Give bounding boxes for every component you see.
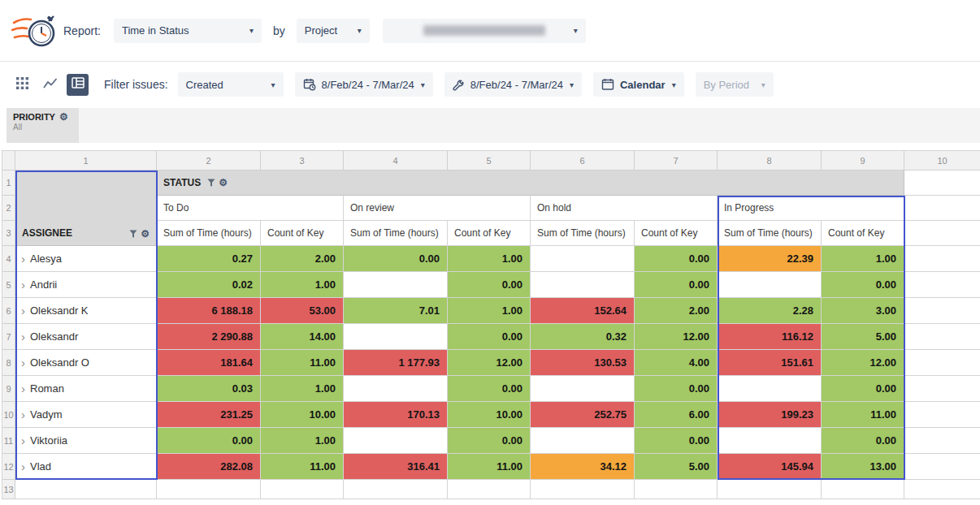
assignee-name[interactable]: ›Viktoriia bbox=[15, 428, 157, 454]
row-number-7[interactable]: 7 bbox=[2, 324, 15, 350]
expand-icon[interactable]: › bbox=[21, 278, 25, 291]
row-number-9[interactable]: 9 bbox=[2, 376, 15, 402]
row-number-12[interactable]: 12 bbox=[2, 454, 15, 480]
gear-icon[interactable]: ⚙ bbox=[219, 178, 228, 188]
measure-sum-label[interactable]: Sum of Time (hours) bbox=[344, 221, 448, 246]
data-cell[interactable]: 7.01 bbox=[344, 298, 448, 324]
data-cell[interactable]: 1.00 bbox=[261, 428, 344, 454]
row-number-5[interactable]: 5 bbox=[2, 272, 15, 298]
data-cell[interactable]: 10.00 bbox=[261, 402, 344, 428]
row-number-11[interactable]: 11 bbox=[2, 428, 15, 454]
data-cell[interactable]: 11.00 bbox=[261, 350, 344, 376]
data-cell[interactable]: 6.00 bbox=[635, 402, 718, 428]
empty-cell[interactable] bbox=[904, 196, 980, 221]
data-cell[interactable]: 181.64 bbox=[157, 350, 261, 376]
created-date-range-select[interactable]: 8/Feb/24 - 7/Mar/24 ▾ bbox=[295, 72, 433, 97]
column-number-2[interactable]: 2 bbox=[157, 151, 261, 170]
column-number-8[interactable]: 8 bbox=[718, 151, 822, 170]
calendar-select[interactable]: Calendar ▾ bbox=[593, 72, 684, 97]
data-cell[interactable]: 2.28 bbox=[718, 298, 822, 324]
gear-icon[interactable]: ⚙ bbox=[141, 229, 150, 239]
empty-cell[interactable] bbox=[531, 480, 635, 499]
row-number-8[interactable]: 8 bbox=[2, 350, 15, 376]
status-group-3[interactable]: On hold bbox=[531, 196, 718, 221]
data-cell[interactable]: 152.64 bbox=[531, 298, 635, 324]
data-cell[interactable] bbox=[531, 272, 635, 298]
row-number-6[interactable]: 6 bbox=[2, 298, 15, 324]
data-cell[interactable]: 0.02 bbox=[157, 272, 261, 298]
data-cell[interactable]: 2 290.88 bbox=[157, 324, 261, 350]
expand-icon[interactable]: › bbox=[21, 460, 25, 473]
data-cell[interactable] bbox=[718, 376, 822, 402]
data-cell[interactable]: 0.00 bbox=[448, 324, 531, 350]
assignee-name[interactable]: ›Vadym bbox=[15, 402, 157, 428]
expand-icon[interactable]: › bbox=[21, 408, 25, 421]
data-cell[interactable]: 12.00 bbox=[448, 350, 531, 376]
data-cell[interactable]: 151.61 bbox=[718, 350, 822, 376]
data-cell[interactable]: 11.00 bbox=[822, 402, 904, 428]
data-cell[interactable]: 1.00 bbox=[448, 298, 531, 324]
data-cell[interactable]: 0.00 bbox=[635, 246, 718, 272]
filter-icon[interactable] bbox=[207, 179, 215, 187]
data-cell[interactable]: 231.25 bbox=[157, 402, 261, 428]
empty-cell[interactable] bbox=[904, 298, 980, 324]
assignee-name[interactable]: ›Roman bbox=[15, 376, 157, 402]
column-number-3[interactable]: 3 bbox=[261, 151, 344, 170]
assignee-name[interactable]: ›Oleksandr bbox=[15, 324, 157, 350]
empty-cell[interactable] bbox=[904, 324, 980, 350]
grid-view-button[interactable] bbox=[11, 74, 33, 96]
data-cell[interactable]: 11.00 bbox=[261, 454, 344, 480]
expand-icon[interactable]: › bbox=[21, 252, 25, 265]
measure-sum-label[interactable]: Sum of Time (hours) bbox=[718, 221, 822, 246]
data-cell[interactable] bbox=[344, 272, 448, 298]
empty-cell[interactable] bbox=[904, 221, 980, 246]
empty-cell[interactable] bbox=[904, 350, 980, 376]
data-cell[interactable]: 252.75 bbox=[531, 402, 635, 428]
data-cell[interactable]: 12.00 bbox=[822, 350, 904, 376]
empty-cell[interactable] bbox=[15, 480, 157, 499]
empty-cell[interactable] bbox=[157, 480, 261, 499]
data-cell[interactable]: 0.27 bbox=[157, 246, 261, 272]
data-cell[interactable]: 5.00 bbox=[635, 454, 718, 480]
data-cell[interactable]: 1 177.93 bbox=[344, 350, 448, 376]
data-cell[interactable]: 11.00 bbox=[448, 454, 531, 480]
data-cell[interactable]: 170.13 bbox=[344, 402, 448, 428]
expand-icon[interactable]: › bbox=[21, 304, 25, 317]
data-cell[interactable]: 0.00 bbox=[635, 376, 718, 402]
data-cell[interactable]: 145.94 bbox=[718, 454, 822, 480]
column-number-9[interactable]: 9 bbox=[822, 151, 904, 170]
data-cell[interactable]: 0.00 bbox=[448, 376, 531, 402]
assignee-header[interactable]: ASSIGNEE⚙ bbox=[15, 170, 157, 246]
measure-sum-label[interactable]: Sum of Time (hours) bbox=[157, 221, 261, 246]
data-cell[interactable]: 3.00 bbox=[822, 298, 904, 324]
empty-cell[interactable] bbox=[904, 376, 980, 402]
expand-icon[interactable]: › bbox=[21, 356, 25, 369]
data-cell[interactable]: 1.00 bbox=[822, 246, 904, 272]
data-cell[interactable]: 0.00 bbox=[822, 376, 904, 402]
data-cell[interactable]: 0.00 bbox=[157, 428, 261, 454]
data-cell[interactable]: 22.39 bbox=[718, 246, 822, 272]
measure-count-label[interactable]: Count of Key bbox=[822, 221, 904, 246]
data-cell[interactable]: 0.00 bbox=[822, 272, 904, 298]
data-cell[interactable]: 0.03 bbox=[157, 376, 261, 402]
table-view-button[interactable] bbox=[67, 74, 89, 96]
status-date-range-select[interactable]: 8/Feb/24 - 7/Mar/24 ▾ bbox=[444, 72, 582, 97]
data-cell[interactable] bbox=[344, 324, 448, 350]
empty-cell[interactable] bbox=[904, 272, 980, 298]
data-cell[interactable] bbox=[531, 376, 635, 402]
empty-cell[interactable] bbox=[822, 480, 904, 499]
expand-icon[interactable]: › bbox=[21, 434, 25, 447]
assignee-name[interactable]: ›Andrii bbox=[15, 272, 157, 298]
status-group-2[interactable]: On review bbox=[344, 196, 531, 221]
data-cell[interactable]: 199.23 bbox=[718, 402, 822, 428]
row-number-2[interactable]: 2 bbox=[2, 196, 15, 221]
group-by-select[interactable]: Project ▾ bbox=[297, 19, 370, 43]
column-number-10[interactable]: 10 bbox=[904, 151, 980, 170]
measure-count-label[interactable]: Count of Key bbox=[261, 221, 344, 246]
status-header[interactable]: STATUS⚙ bbox=[157, 170, 904, 196]
measure-count-label[interactable]: Count of Key bbox=[448, 221, 531, 246]
column-number-5[interactable]: 5 bbox=[448, 151, 531, 170]
column-number-1[interactable]: 1 bbox=[15, 151, 157, 170]
data-cell[interactable]: 53.00 bbox=[261, 298, 344, 324]
data-cell[interactable]: 130.53 bbox=[531, 350, 635, 376]
